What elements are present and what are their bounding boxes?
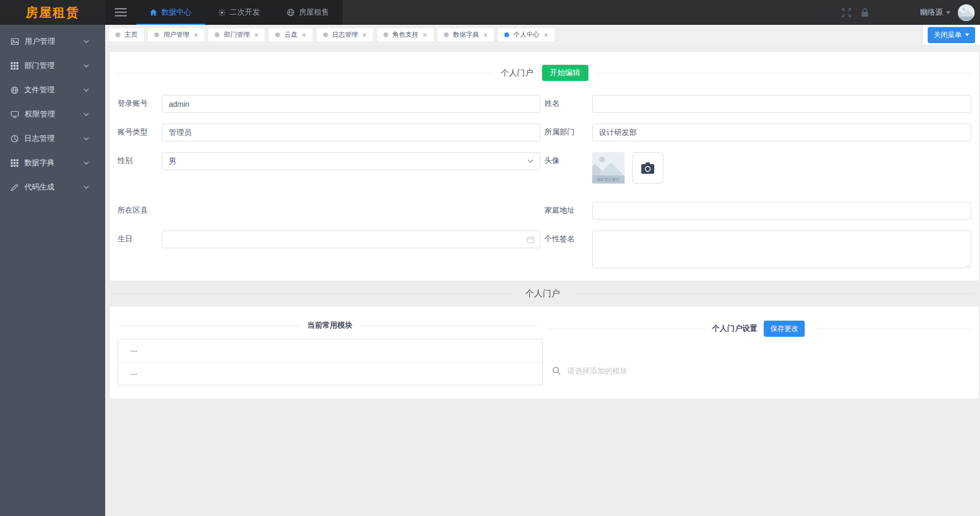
tab-cloud-disk[interactable]: 云盘× [268,28,313,42]
form-row: 登录账号 姓名 [118,95,971,113]
chevron-down-icon [84,186,89,189]
portal-settings-card: 当前常用模块 --- --- 个人门户设置 保存更改 [110,307,979,398]
pencil-icon [11,184,18,191]
department-input[interactable] [592,124,972,141]
sidebar-item-user-management[interactable]: 用户管理 [0,29,105,53]
app-header: 房屋租赁 数据中心 二次开发 [0,0,980,25]
current-modules-title: 当前常用模块 [307,321,353,330]
sidebar-item-file-management[interactable]: 文件管理 [0,78,105,102]
nav-item-data-center[interactable]: 数据中心 [136,0,205,25]
tab-home[interactable]: 主页 [108,28,145,42]
avatar-upload-button[interactable] [632,152,663,184]
login-account-input[interactable] [162,95,540,113]
sidebar-item-permission-management[interactable]: 权限管理 [0,102,105,126]
module-list-item[interactable]: --- [118,362,542,385]
sidebar: 用户管理 部门管理 文件管理 权限管理 日志管理 数据字典 [0,25,105,516]
form-row: 生日 个性签名 [118,230,971,270]
chevron-down-icon [946,11,950,14]
search-icon [552,366,561,375]
camera-icon [641,162,654,174]
close-icon[interactable]: × [544,31,548,39]
sidebar-item-department-management[interactable]: 部门管理 [0,53,105,78]
app-logo: 房屋租赁 [0,0,105,25]
name-input[interactable] [592,95,972,113]
nav-item-label: 房屋租售 [299,8,329,17]
county-label: 所在区县 [118,202,162,215]
gender-select[interactable]: 男 [162,152,540,170]
gender-value: 男 [169,157,527,166]
signature-textarea[interactable] [592,230,972,268]
nav-item-secondary-dev[interactable]: 二次开发 [205,0,273,25]
tab-dot [504,32,509,37]
name-label: 姓名 [545,95,592,108]
tab-log-management[interactable]: 日志管理× [316,28,374,42]
personal-portal-card: 个人门户 开始编辑 登录账号 姓名 账号类型 所属部门 [110,52,979,281]
close-icon[interactable]: × [423,31,427,39]
form-row: 账号类型 所属部门 [118,124,971,141]
portal-divider: 个人门户 开始编辑 [118,65,971,81]
nav-item-house-sale[interactable]: 房屋租售 [273,0,342,25]
user-avatar[interactable]: 暂时无法显示 [958,4,975,21]
module-list-item[interactable]: --- [118,340,542,362]
form-row: 所在区县 家庭地址 [118,202,971,220]
module-search-input[interactable] [566,366,739,376]
home-icon [150,9,157,16]
portal-settings-panel: 个人门户设置 保存更改 [547,321,972,398]
close-icon[interactable]: × [194,31,198,39]
username-text: 幽络源 [920,8,943,17]
chevron-down-icon [527,159,533,163]
signature-label: 个性签名 [545,230,592,244]
account-type-label: 账号类型 [118,124,162,137]
sidebar-item-log-management[interactable]: 日志管理 [0,126,105,151]
tab-dot [215,32,220,37]
department-label: 所属部门 [545,124,592,137]
bulb-icon [218,9,225,16]
tab-data-dictionary[interactable]: 数据字典× [437,28,495,42]
calendar-icon [527,236,534,243]
chevron-down-icon [84,137,89,140]
image-chart-icon [11,38,19,45]
login-account-label: 登录账号 [118,95,162,108]
tab-dot [383,32,388,37]
tab-user-management[interactable]: 用户管理× [147,28,205,42]
pie-chart-icon [11,135,18,142]
fullscreen-button[interactable] [837,8,856,17]
user-menu[interactable]: 幽络源 [920,8,950,17]
hamburger-menu-button[interactable] [105,0,136,25]
chevron-down-icon [965,33,969,36]
home-address-input[interactable] [592,202,972,220]
fullscreen-icon [842,8,851,17]
sidebar-item-data-dictionary[interactable]: 数据字典 [0,151,105,175]
tab-label: 主页 [125,30,138,39]
account-type-input[interactable] [162,124,540,141]
birthday-date-input[interactable] [162,230,540,248]
globe-icon [11,86,18,94]
sidebar-item-label: 数据字典 [24,158,54,168]
gender-label: 性别 [118,152,162,166]
sidebar-item-label: 文件管理 [24,85,54,95]
grid-icon [11,62,18,70]
avatar-image-placeholder[interactable]: 暂时无法显示 [592,152,625,184]
sidebar-item-code-generation[interactable]: 代码生成 [0,175,105,199]
tab-department-management[interactable]: 部门管理× [208,28,265,42]
close-icon[interactable]: × [301,31,306,39]
tags-nav: 主页 用户管理× 部门管理× 云盘× 日志管理× 角色支持× 数据字典× 个人中… [105,25,980,45]
close-icon[interactable]: × [483,31,488,39]
tab-label: 部门管理 [224,30,250,39]
close-menu-button[interactable]: 关闭菜单 [928,27,975,43]
start-edit-button[interactable]: 开始编辑 [542,65,588,81]
tab-personal-center[interactable]: 个人中心× [497,28,555,42]
hamburger-icon [115,8,127,17]
tab-label: 用户管理 [163,30,189,39]
tab-role-support[interactable]: 角色支持× [376,28,434,42]
top-nav: 数据中心 二次开发 房屋租售 [105,0,342,25]
close-icon[interactable]: × [362,31,367,39]
save-changes-button[interactable]: 保存更改 [764,321,805,337]
close-icon[interactable]: × [254,31,258,39]
close-menu-label: 关闭菜单 [934,30,962,40]
monitor-icon [11,111,19,118]
lock-screen-button[interactable] [856,8,874,17]
tab-dot [444,32,449,37]
modules-list: --- --- [118,339,543,385]
sidebar-item-label: 代码生成 [24,182,54,192]
